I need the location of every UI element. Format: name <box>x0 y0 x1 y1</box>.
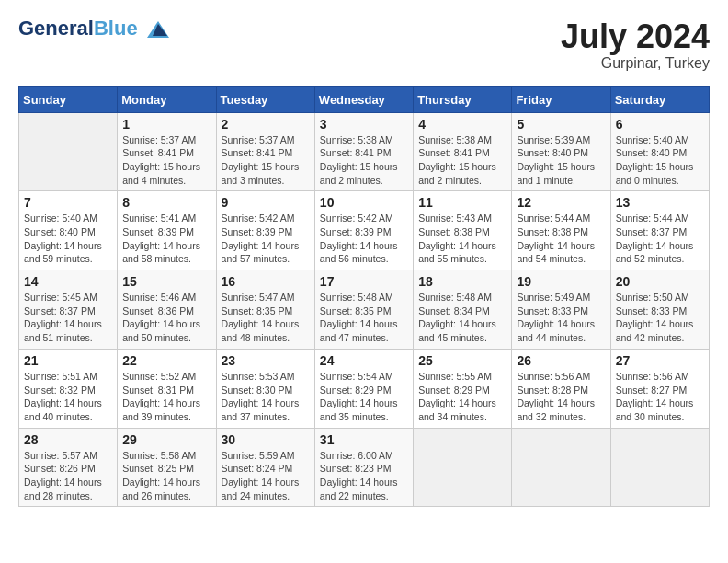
col-header-saturday: Saturday <box>610 86 709 112</box>
day-number: 13 <box>616 195 704 210</box>
calendar-week-1: 1Sunrise: 5:37 AM Sunset: 8:41 PM Daylig… <box>19 112 710 191</box>
calendar-cell: 10Sunrise: 5:42 AM Sunset: 8:39 PM Dayli… <box>314 191 413 270</box>
col-header-tuesday: Tuesday <box>216 86 314 112</box>
day-info: Sunrise: 5:40 AM Sunset: 8:40 PM Dayligh… <box>24 212 112 266</box>
day-info: Sunrise: 5:53 AM Sunset: 8:30 PM Dayligh… <box>222 370 310 424</box>
calendar-cell: 3Sunrise: 5:38 AM Sunset: 8:41 PM Daylig… <box>314 112 413 191</box>
calendar-cell: 16Sunrise: 5:47 AM Sunset: 8:35 PM Dayli… <box>216 270 314 350</box>
day-number: 16 <box>222 274 310 289</box>
day-number: 9 <box>222 195 310 210</box>
day-info: Sunrise: 6:00 AM Sunset: 8:23 PM Dayligh… <box>320 449 408 503</box>
day-number: 20 <box>616 274 704 289</box>
col-header-friday: Friday <box>512 86 610 112</box>
day-info: Sunrise: 5:44 AM Sunset: 8:37 PM Dayligh… <box>616 212 704 266</box>
day-number: 5 <box>517 117 605 132</box>
calendar-cell <box>19 112 118 191</box>
calendar-cell: 18Sunrise: 5:48 AM Sunset: 8:34 PM Dayli… <box>414 270 512 350</box>
logo-icon <box>145 19 171 40</box>
calendar-cell: 28Sunrise: 5:57 AM Sunset: 8:26 PM Dayli… <box>19 428 118 507</box>
calendar-cell: 13Sunrise: 5:44 AM Sunset: 8:37 PM Dayli… <box>610 191 709 270</box>
calendar-cell: 8Sunrise: 5:41 AM Sunset: 8:39 PM Daylig… <box>118 191 216 270</box>
day-info: Sunrise: 5:56 AM Sunset: 8:28 PM Dayligh… <box>517 370 605 424</box>
day-number: 23 <box>222 353 310 368</box>
calendar-cell: 30Sunrise: 5:59 AM Sunset: 8:24 PM Dayli… <box>216 428 314 507</box>
location-title: Gurpinar, Turkey <box>561 55 710 72</box>
logo-blue: Blue <box>94 17 138 40</box>
day-info: Sunrise: 5:38 AM Sunset: 8:41 PM Dayligh… <box>320 133 408 188</box>
day-info: Sunrise: 5:44 AM Sunset: 8:38 PM Dayligh… <box>517 212 605 266</box>
col-header-wednesday: Wednesday <box>314 86 413 112</box>
day-number: 15 <box>122 274 210 289</box>
col-header-monday: Monday <box>118 86 216 112</box>
day-number: 8 <box>122 195 210 210</box>
logo: GeneralBlue <box>18 18 171 40</box>
day-number: 30 <box>222 432 310 447</box>
day-info: Sunrise: 5:54 AM Sunset: 8:29 PM Dayligh… <box>320 370 408 424</box>
logo-general: General <box>18 17 94 40</box>
calendar-cell: 11Sunrise: 5:43 AM Sunset: 8:38 PM Dayli… <box>414 191 512 270</box>
day-number: 21 <box>24 353 112 368</box>
calendar-cell: 12Sunrise: 5:44 AM Sunset: 8:38 PM Dayli… <box>512 191 610 270</box>
day-number: 2 <box>222 117 310 132</box>
calendar-week-3: 14Sunrise: 5:45 AM Sunset: 8:37 PM Dayli… <box>19 270 710 350</box>
calendar-cell: 24Sunrise: 5:54 AM Sunset: 8:29 PM Dayli… <box>314 349 413 428</box>
day-info: Sunrise: 5:48 AM Sunset: 8:35 PM Dayligh… <box>320 291 408 345</box>
day-info: Sunrise: 5:42 AM Sunset: 8:39 PM Dayligh… <box>320 212 408 266</box>
day-info: Sunrise: 5:55 AM Sunset: 8:29 PM Dayligh… <box>418 370 506 424</box>
day-info: Sunrise: 5:48 AM Sunset: 8:34 PM Dayligh… <box>418 291 506 345</box>
calendar-week-2: 7Sunrise: 5:40 AM Sunset: 8:40 PM Daylig… <box>19 191 710 270</box>
calendar-cell <box>512 428 610 507</box>
calendar-table: SundayMondayTuesdayWednesdayThursdayFrid… <box>18 86 710 508</box>
day-info: Sunrise: 5:46 AM Sunset: 8:36 PM Dayligh… <box>122 291 210 345</box>
page-header: GeneralBlue July 2024 Gurpinar, Turkey <box>18 18 710 72</box>
day-info: Sunrise: 5:56 AM Sunset: 8:27 PM Dayligh… <box>616 370 704 424</box>
day-number: 28 <box>24 432 112 447</box>
day-info: Sunrise: 5:40 AM Sunset: 8:40 PM Dayligh… <box>616 133 704 188</box>
calendar-cell: 25Sunrise: 5:55 AM Sunset: 8:29 PM Dayli… <box>414 349 512 428</box>
calendar-cell: 15Sunrise: 5:46 AM Sunset: 8:36 PM Dayli… <box>118 270 216 350</box>
day-info: Sunrise: 5:50 AM Sunset: 8:33 PM Dayligh… <box>616 291 704 345</box>
calendar-cell: 31Sunrise: 6:00 AM Sunset: 8:23 PM Dayli… <box>314 428 413 507</box>
calendar-cell: 29Sunrise: 5:58 AM Sunset: 8:25 PM Dayli… <box>118 428 216 507</box>
day-number: 6 <box>616 117 704 132</box>
day-info: Sunrise: 5:41 AM Sunset: 8:39 PM Dayligh… <box>122 212 210 266</box>
day-number: 29 <box>122 432 210 447</box>
day-number: 12 <box>517 195 605 210</box>
calendar-header-row: SundayMondayTuesdayWednesdayThursdayFrid… <box>19 86 710 112</box>
calendar-cell: 7Sunrise: 5:40 AM Sunset: 8:40 PM Daylig… <box>19 191 118 270</box>
day-number: 19 <box>517 274 605 289</box>
day-number: 17 <box>320 274 408 289</box>
day-number: 3 <box>320 117 408 132</box>
day-info: Sunrise: 5:37 AM Sunset: 8:41 PM Dayligh… <box>222 133 310 188</box>
title-block: July 2024 Gurpinar, Turkey <box>561 18 710 72</box>
calendar-cell: 6Sunrise: 5:40 AM Sunset: 8:40 PM Daylig… <box>610 112 709 191</box>
calendar-cell: 19Sunrise: 5:49 AM Sunset: 8:33 PM Dayli… <box>512 270 610 350</box>
logo-text: GeneralBlue <box>18 18 171 40</box>
calendar-cell: 20Sunrise: 5:50 AM Sunset: 8:33 PM Dayli… <box>610 270 709 350</box>
col-header-sunday: Sunday <box>19 86 118 112</box>
day-info: Sunrise: 5:47 AM Sunset: 8:35 PM Dayligh… <box>222 291 310 345</box>
month-title: July 2024 <box>561 18 710 55</box>
calendar-cell <box>610 428 709 507</box>
day-number: 25 <box>418 353 506 368</box>
day-info: Sunrise: 5:49 AM Sunset: 8:33 PM Dayligh… <box>517 291 605 345</box>
day-number: 14 <box>24 274 112 289</box>
calendar-cell: 26Sunrise: 5:56 AM Sunset: 8:28 PM Dayli… <box>512 349 610 428</box>
day-info: Sunrise: 5:37 AM Sunset: 8:41 PM Dayligh… <box>122 133 210 188</box>
calendar-cell: 27Sunrise: 5:56 AM Sunset: 8:27 PM Dayli… <box>610 349 709 428</box>
calendar-cell: 23Sunrise: 5:53 AM Sunset: 8:30 PM Dayli… <box>216 349 314 428</box>
day-number: 10 <box>320 195 408 210</box>
day-info: Sunrise: 5:51 AM Sunset: 8:32 PM Dayligh… <box>24 370 112 424</box>
day-info: Sunrise: 5:43 AM Sunset: 8:38 PM Dayligh… <box>418 212 506 266</box>
calendar-cell: 2Sunrise: 5:37 AM Sunset: 8:41 PM Daylig… <box>216 112 314 191</box>
day-info: Sunrise: 5:57 AM Sunset: 8:26 PM Dayligh… <box>24 449 112 503</box>
day-number: 1 <box>122 117 210 132</box>
calendar-week-4: 21Sunrise: 5:51 AM Sunset: 8:32 PM Dayli… <box>19 349 710 428</box>
day-info: Sunrise: 5:45 AM Sunset: 8:37 PM Dayligh… <box>24 291 112 345</box>
day-info: Sunrise: 5:58 AM Sunset: 8:25 PM Dayligh… <box>122 449 210 503</box>
day-number: 4 <box>418 117 506 132</box>
day-info: Sunrise: 5:38 AM Sunset: 8:41 PM Dayligh… <box>418 133 506 188</box>
day-info: Sunrise: 5:59 AM Sunset: 8:24 PM Dayligh… <box>222 449 310 503</box>
col-header-thursday: Thursday <box>414 86 512 112</box>
calendar-cell: 5Sunrise: 5:39 AM Sunset: 8:40 PM Daylig… <box>512 112 610 191</box>
